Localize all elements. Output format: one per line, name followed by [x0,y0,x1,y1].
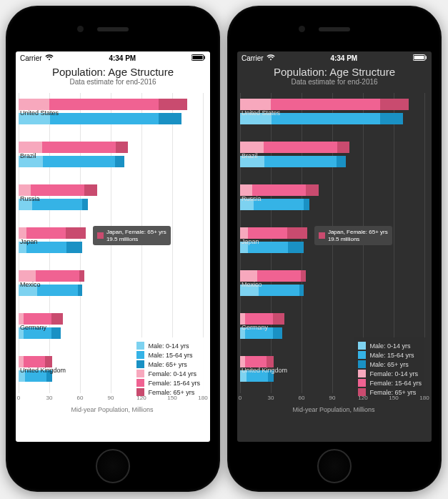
chart-area[interactable]: United StatesBrazilRussiaJapanMexicoGerm… [16,90,210,438]
legend-item[interactable]: Male: 15-64 yrs [358,351,422,359]
bar-female[interactable] [19,313,63,325]
bar-female[interactable] [240,184,319,196]
bar-segment[interactable] [116,142,128,153]
bar-female[interactable] [240,270,306,282]
bar-segment[interactable] [45,356,52,367]
bar-female[interactable] [240,227,307,239]
bar-segment[interactable] [245,356,267,367]
legend-label: Female: 0-14 yrs [148,370,196,377]
legend-item[interactable]: Female: 15-64 yrs [358,379,422,387]
bar-segment[interactable] [240,356,245,367]
bar-segment[interactable] [245,313,273,325]
bar-segment[interactable] [24,313,51,325]
bar-segment[interactable] [66,242,82,253]
bar-segment[interactable] [79,270,84,282]
bar-segment[interactable] [24,356,45,367]
bar-segment[interactable] [304,199,310,210]
status-bar: Carrier 4:34 PM [237,51,432,64]
bar-female[interactable] [19,184,97,196]
carrier-label: Carrier [20,54,42,62]
bar-segment[interactable] [240,313,245,325]
bar-segment[interactable] [337,156,346,167]
bar-segment[interactable] [273,313,284,325]
bar-segment[interactable] [299,285,304,296]
category-label: Germany [242,324,268,331]
bar-segment[interactable] [26,227,65,239]
bar-segment[interactable] [19,356,24,367]
bar-segment[interactable] [272,113,380,124]
legend-item[interactable]: Female: 15-64 yrs [136,379,200,387]
bar-segment[interactable] [264,156,336,167]
bar-segment[interactable] [37,285,78,296]
bar-segment[interactable] [288,242,304,253]
bar-female[interactable] [19,356,52,367]
bar-segment[interactable] [252,184,306,196]
bar-female[interactable] [19,99,187,110]
bar-segment[interactable] [240,184,252,196]
legend-item[interactable]: Male: 65+ yrs [358,360,422,368]
bar-segment[interactable] [36,270,79,282]
tooltip-swatch [319,232,325,239]
bar-female[interactable] [240,356,274,367]
bar-segment[interactable] [43,156,114,167]
bar-segment[interactable] [273,327,282,339]
legend-item[interactable]: Male: 0-14 yrs [358,342,422,350]
bar-segment[interactable] [380,113,403,124]
bar-segment[interactable] [287,227,307,239]
bar-female[interactable] [240,313,284,325]
bar-female[interactable] [240,99,409,110]
legend-item[interactable]: Male: 0-14 yrs [136,342,200,350]
bar-segment[interactable] [257,270,300,282]
bar-segment[interactable] [259,285,299,296]
bar-segment[interactable] [78,285,82,296]
tooltip-text: Japan, Female: 65+ yrs19.5 millions [106,229,166,242]
bar-segment[interactable] [306,184,319,196]
bar-female[interactable] [240,142,349,153]
bar-segment[interactable] [115,156,124,167]
legend-item[interactable]: Male: 65+ yrs [136,360,200,368]
bar-segment[interactable] [240,227,248,239]
bar-female[interactable] [19,270,84,282]
bar-segment[interactable] [66,227,86,239]
legend-item[interactable]: Female: 0-14 yrs [358,370,422,377]
bar-segment[interactable] [19,227,26,239]
bar-segment[interactable] [240,99,271,110]
bar-segment[interactable] [19,142,42,153]
bar-segment[interactable] [240,270,257,282]
bar-segment[interactable] [159,113,181,124]
bar-segment[interactable] [49,99,159,110]
chart-area[interactable]: United StatesBrazilRussiaJapanMexicoGerm… [237,90,432,438]
bar-segment[interactable] [19,184,31,196]
bar-segment[interactable] [51,313,63,325]
bar-segment[interactable] [19,99,49,110]
legend-swatch [136,342,144,350]
bar-segment[interactable] [42,142,116,153]
bar-segment[interactable] [240,142,264,153]
bar-segment[interactable] [337,142,349,153]
bar-segment[interactable] [82,199,89,210]
bar-segment[interactable] [19,270,36,282]
bar-segment[interactable] [301,270,306,282]
legend-label: Male: 0-14 yrs [369,342,410,350]
bar-segment[interactable] [19,313,24,325]
bar-segment[interactable] [31,184,84,196]
bar-segment[interactable] [84,184,98,196]
bar-segment[interactable] [50,113,159,124]
bar-segment[interactable] [248,227,287,239]
bar-segment[interactable] [159,99,187,110]
svg-rect-5 [425,56,427,59]
chart-row: Russia [19,179,203,219]
bar-segment[interactable] [51,327,61,339]
home-button[interactable] [317,449,352,483]
bar-female[interactable] [19,227,86,239]
bar-segment[interactable] [267,356,274,367]
bar-segment[interactable] [380,99,409,110]
carrier-label: Carrier [242,54,264,62]
bar-female[interactable] [19,142,128,153]
legend-item[interactable]: Female: 0-14 yrs [136,370,200,377]
legend-item[interactable]: Male: 15-64 yrs [136,351,200,359]
home-button[interactable] [96,449,130,483]
bar-segment[interactable] [264,142,337,153]
bar-segment[interactable] [271,99,380,110]
category-label: Mexico [242,281,262,288]
